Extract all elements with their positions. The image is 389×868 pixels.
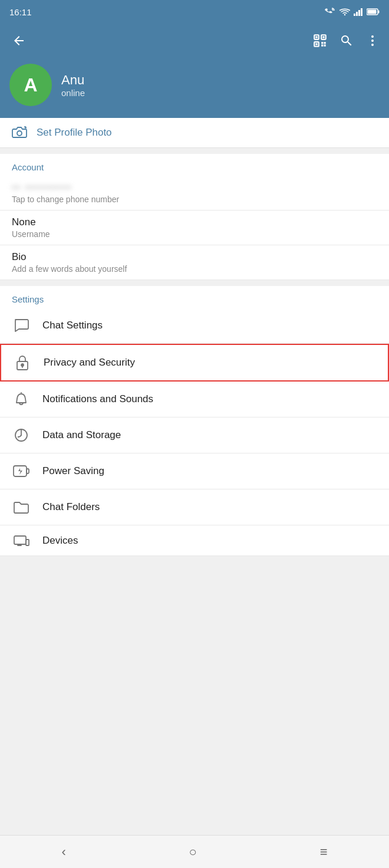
devices-icon <box>12 531 31 550</box>
svg-point-20 <box>17 131 22 136</box>
chat-settings-label: Chat Settings <box>42 320 103 331</box>
svg-rect-8 <box>315 36 317 38</box>
phone-number-item[interactable]: •• •••••••••• Tap to change phone number <box>0 176 389 211</box>
svg-rect-12 <box>315 43 317 45</box>
svg-rect-10 <box>322 36 324 38</box>
bio-item[interactable]: Bio Add a few words about yourself <box>0 245 389 280</box>
devices-label: Devices <box>42 535 78 547</box>
username-item[interactable]: None Username <box>0 211 389 245</box>
power-saving-label: Power Saving <box>42 465 104 477</box>
search-button[interactable] <box>339 34 354 48</box>
nav-home-button[interactable]: ○ <box>175 840 211 864</box>
set-photo-label: Set Profile Photo <box>37 127 112 139</box>
settings-section: Settings Chat Settings Privacy and Secur… <box>0 286 389 556</box>
signal-icon <box>354 8 363 16</box>
privacy-security-label: Privacy and Security <box>44 357 135 369</box>
svg-point-17 <box>371 35 374 38</box>
data-storage-label: Data and Storage <box>42 429 121 441</box>
svg-rect-3 <box>361 8 362 16</box>
chat-settings-icon <box>12 316 31 335</box>
svg-rect-6 <box>368 10 377 14</box>
menu-item-power-saving[interactable]: Power Saving <box>0 453 389 489</box>
svg-rect-1 <box>356 12 358 16</box>
bio-subtext: Add a few words about yourself <box>12 264 377 274</box>
svg-rect-30 <box>14 536 26 544</box>
svg-point-19 <box>371 44 374 46</box>
bio-title: Bio <box>12 251 377 263</box>
chat-folders-label: Chat Folders <box>42 501 100 513</box>
app-bar-right <box>312 33 380 48</box>
menu-item-chat-settings[interactable]: Chat Settings <box>0 308 389 344</box>
svg-rect-29 <box>27 469 29 474</box>
phone-number-subtext: Tap to change phone number <box>12 195 377 204</box>
svg-rect-14 <box>321 45 323 47</box>
profile-name: Anu <box>61 73 85 88</box>
settings-section-title: Settings <box>0 286 389 308</box>
app-bar-left <box>9 31 28 50</box>
privacy-security-icon <box>13 353 32 372</box>
qr-code-button[interactable] <box>312 33 328 48</box>
more-options-button[interactable] <box>365 34 380 48</box>
menu-item-privacy-security[interactable]: Privacy and Security <box>0 344 389 382</box>
camera-icon <box>12 126 27 139</box>
profile-header: A Anu online <box>0 61 389 118</box>
section-divider-2 <box>0 280 389 286</box>
username-label: Username <box>12 229 377 239</box>
app-bar <box>0 24 389 61</box>
section-divider-1 <box>0 148 389 154</box>
svg-rect-0 <box>354 14 355 16</box>
avatar: A <box>9 64 52 106</box>
call-wifi-icon <box>324 8 336 16</box>
back-button[interactable] <box>9 31 28 50</box>
power-saving-icon <box>12 462 31 481</box>
status-bar: 16:11 <box>0 0 389 24</box>
menu-item-data-storage[interactable]: Data and Storage <box>0 417 389 453</box>
notifications-icon <box>12 390 31 409</box>
data-storage-icon <box>12 426 31 445</box>
phone-number-blurred: •• •••••••••• <box>12 182 377 193</box>
svg-rect-16 <box>324 45 326 47</box>
notifications-label: Notifications and Sounds <box>42 393 153 405</box>
svg-rect-5 <box>378 11 380 14</box>
account-section-title: Account <box>0 154 389 176</box>
set-profile-photo-row[interactable]: Set Profile Photo <box>0 118 389 148</box>
nav-menu-button[interactable]: ≡ <box>306 840 342 864</box>
menu-item-notifications[interactable]: Notifications and Sounds <box>0 382 389 417</box>
battery-icon <box>367 8 380 15</box>
svg-rect-13 <box>321 42 323 44</box>
svg-rect-32 <box>26 540 29 545</box>
svg-point-18 <box>371 40 374 42</box>
wifi-icon <box>339 8 350 16</box>
nav-back-button[interactable]: ‹ <box>47 840 80 864</box>
profile-status: online <box>61 88 85 98</box>
chat-folders-icon <box>12 498 31 517</box>
status-time: 16:11 <box>9 7 32 17</box>
profile-info: Anu online <box>61 73 85 98</box>
account-section: Account •• •••••••••• Tap to change phon… <box>0 154 389 280</box>
menu-item-chat-folders[interactable]: Chat Folders <box>0 489 389 525</box>
menu-item-devices[interactable]: Devices <box>0 525 389 556</box>
status-icons <box>324 8 380 16</box>
svg-rect-2 <box>358 10 360 16</box>
svg-rect-15 <box>324 42 326 44</box>
bottom-nav: ‹ ○ ≡ <box>0 835 389 868</box>
username-value: None <box>12 216 377 228</box>
